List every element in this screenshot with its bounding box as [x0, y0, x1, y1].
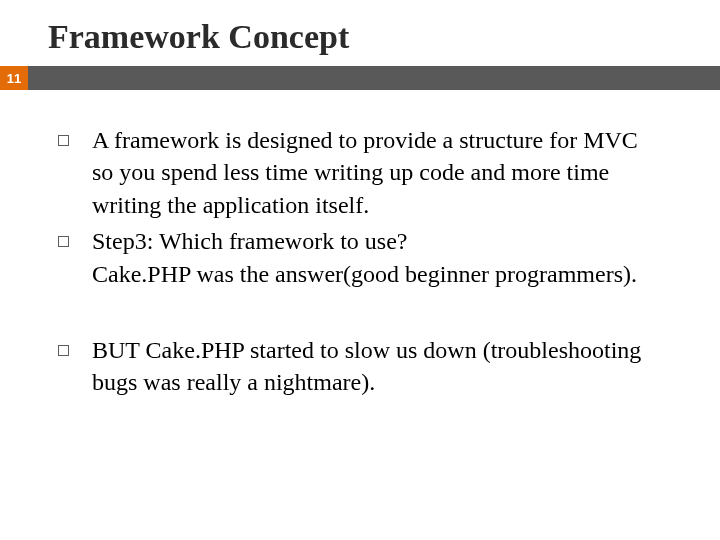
- bullet-list: A framework is designed to provide a str…: [80, 124, 664, 290]
- bullet-item: Step3: Which framework to use? Cake.PHP …: [80, 225, 664, 290]
- bullet-list-2: BUT Cake.PHP started to slow us down (tr…: [80, 334, 664, 399]
- accent-bar: 11: [0, 66, 720, 90]
- bullet-text: BUT Cake.PHP started to slow us down (tr…: [92, 337, 641, 395]
- bullet-text: A framework is designed to provide a str…: [92, 127, 638, 218]
- spacer: [80, 294, 664, 334]
- slide: Framework Concept 11 A framework is desi…: [0, 0, 720, 540]
- bullet-item: BUT Cake.PHP started to slow us down (tr…: [80, 334, 664, 399]
- bullet-text-line2: Cake.PHP was the answer(good beginner pr…: [80, 258, 664, 290]
- bullet-item: A framework is designed to provide a str…: [80, 124, 664, 221]
- page-number: 11: [0, 66, 28, 90]
- bullet-text-line1: Step3: Which framework to use?: [92, 228, 407, 254]
- slide-title: Framework Concept: [0, 0, 720, 66]
- content-area: A framework is designed to provide a str…: [0, 90, 720, 399]
